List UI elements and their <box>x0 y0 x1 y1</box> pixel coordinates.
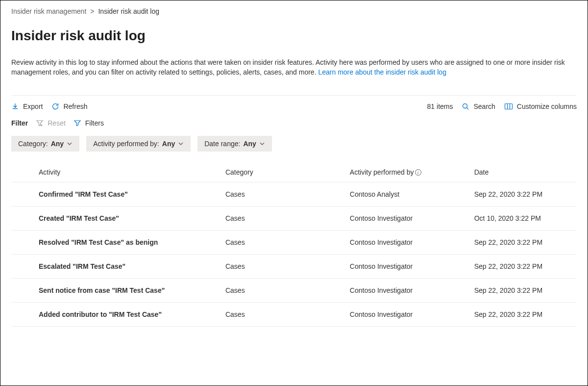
cell-activity: Created "IRM Test Case" <box>11 206 220 230</box>
pill-label: Date range: <box>204 140 240 148</box>
info-icon[interactable]: i <box>415 169 421 176</box>
cell-category: Cases <box>220 230 345 254</box>
cell-category: Cases <box>220 206 345 230</box>
search-icon <box>462 103 469 110</box>
col-date[interactable]: Date <box>469 162 577 182</box>
breadcrumb-parent[interactable]: Insider risk management <box>11 7 86 15</box>
refresh-label: Refresh <box>63 103 87 110</box>
filter-label: Filter <box>11 119 28 127</box>
cell-activity: Added contributor to "IRM Test Case" <box>11 302 220 326</box>
reset-filters-button[interactable]: Reset <box>36 119 66 127</box>
pill-value: Any <box>162 140 175 148</box>
funnel-clear-icon <box>36 119 44 127</box>
funnel-icon <box>74 119 81 127</box>
export-label: Export <box>23 103 43 110</box>
cell-activity: Sent notice from case "IRM Test Case" <box>11 278 220 302</box>
chevron-down-icon <box>259 141 265 147</box>
table-header-row: Activity Category Activity performed byi… <box>11 162 577 182</box>
customize-columns-button[interactable]: Customize columns <box>504 103 577 110</box>
breadcrumb: Insider risk management > Insider risk a… <box>11 7 577 15</box>
refresh-button[interactable]: Refresh <box>51 103 87 110</box>
table-row[interactable]: Created "IRM Test Case"CasesContoso Inve… <box>11 206 577 230</box>
filter-pills: Category: Any Activity performed by: Any… <box>11 136 577 152</box>
cell-date: Sep 22, 2020 3:22 PM <box>469 230 577 254</box>
page-description: Review activity in this log to stay info… <box>11 57 577 77</box>
page-title: Insider risk audit log <box>11 28 577 44</box>
search-label: Search <box>473 103 495 110</box>
filters-button[interactable]: Filters <box>74 119 104 127</box>
cell-date: Sep 22, 2020 3:22 PM <box>469 182 577 206</box>
command-bar: Export Refresh 81 items Search <box>11 95 577 119</box>
filter-pill-date-range[interactable]: Date range: Any <box>197 136 272 152</box>
cell-date: Sep 22, 2020 3:22 PM <box>469 278 577 302</box>
search-button[interactable]: Search <box>462 103 495 110</box>
table-row[interactable]: Sent notice from case "IRM Test Case"Cas… <box>11 278 577 302</box>
cell-performed-by: Contoso Investigator <box>345 230 469 254</box>
chevron-down-icon <box>178 141 184 147</box>
cell-date: Sep 22, 2020 3:22 PM <box>469 302 577 326</box>
download-icon <box>11 103 19 110</box>
filters-btn-label: Filters <box>85 119 104 127</box>
col-activity[interactable]: Activity <box>11 162 220 182</box>
cell-date: Sep 22, 2020 3:22 PM <box>469 254 577 278</box>
cell-performed-by: Contoso Investigator <box>345 278 469 302</box>
breadcrumb-current: Insider risk audit log <box>98 7 159 15</box>
audit-log-table: Activity Category Activity performed byi… <box>11 162 577 327</box>
chevron-down-icon <box>67 141 73 147</box>
item-count: 81 items <box>427 103 453 110</box>
customize-columns-label: Customize columns <box>517 103 577 110</box>
svg-rect-1 <box>505 103 512 109</box>
cell-category: Cases <box>220 302 345 326</box>
export-button[interactable]: Export <box>11 103 43 110</box>
cell-activity: Resolved "IRM Test Case" as benign <box>11 230 220 254</box>
pill-value: Any <box>243 140 256 148</box>
table-row[interactable]: Escalated "IRM Test Case"CasesContoso In… <box>11 254 577 278</box>
col-category[interactable]: Category <box>220 162 345 182</box>
cell-performed-by: Contoso Investigator <box>345 302 469 326</box>
cell-category: Cases <box>220 254 345 278</box>
table-row[interactable]: Confirmed "IRM Test Case"CasesContoso An… <box>11 182 577 206</box>
description-text: Review activity in this log to stay info… <box>11 58 565 76</box>
cell-performed-by: Contoso Analyst <box>345 182 469 206</box>
cell-performed-by: Contoso Investigator <box>345 254 469 278</box>
table-row[interactable]: Added contributor to "IRM Test Case"Case… <box>11 302 577 326</box>
refresh-icon <box>51 103 59 110</box>
cell-date: Oct 10, 2020 3:22 PM <box>469 206 577 230</box>
cell-category: Cases <box>220 278 345 302</box>
filter-pill-category[interactable]: Category: Any <box>11 136 79 152</box>
pill-value: Any <box>51 140 64 148</box>
pill-label: Category: <box>18 140 48 148</box>
svg-point-0 <box>463 103 467 108</box>
cell-category: Cases <box>220 182 345 206</box>
col-performed-by-label: Activity performed by <box>350 168 414 176</box>
columns-icon <box>504 103 513 110</box>
cell-activity: Escalated "IRM Test Case" <box>11 254 220 278</box>
cell-performed-by: Contoso Investigator <box>345 206 469 230</box>
filter-bar: Filter Reset Filters <box>11 119 577 127</box>
filter-pill-performed-by[interactable]: Activity performed by: Any <box>86 136 191 152</box>
breadcrumb-separator: > <box>90 7 94 15</box>
cell-activity: Confirmed "IRM Test Case" <box>11 182 220 206</box>
reset-label: Reset <box>48 119 66 127</box>
pill-label: Activity performed by: <box>93 140 159 148</box>
col-performed-by[interactable]: Activity performed byi <box>345 162 469 182</box>
table-row[interactable]: Resolved "IRM Test Case" as benignCasesC… <box>11 230 577 254</box>
learn-more-link[interactable]: Learn more about the insider risk audit … <box>318 68 446 76</box>
